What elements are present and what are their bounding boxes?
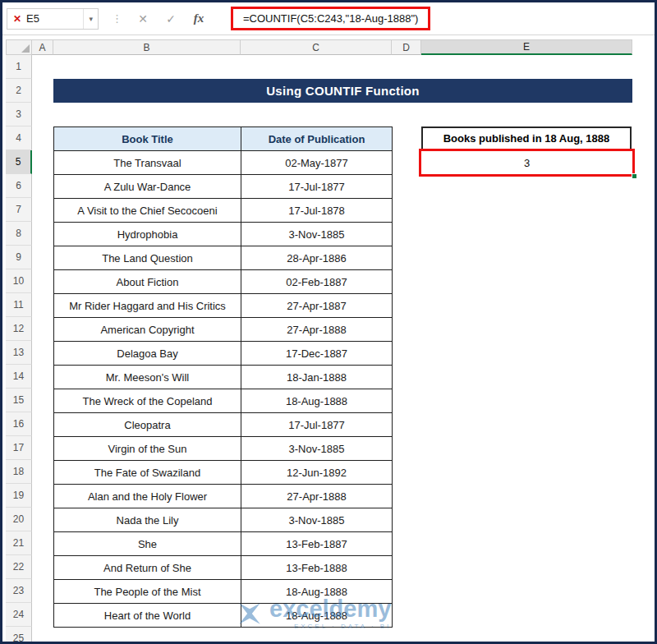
row-header-7[interactable]: 7 [6,198,32,222]
cell-publication-date[interactable]: 13-Feb-1888 [241,556,393,580]
cell-book-title[interactable]: The People of the Mist [54,580,241,604]
cell-book-title[interactable]: She [54,532,241,556]
cell-publication-date[interactable]: 3-Nov-1885 [241,437,393,461]
excel-window: ✕ E5 ▾ ⋮ ✕ ✓ fx =COUNTIF(C5:C243,"18-Aug… [0,0,657,644]
cell-publication-date[interactable]: 12-Jun-1892 [241,461,393,485]
row-header-20[interactable]: 20 [6,508,32,531]
row-header-14[interactable]: 14 [6,365,32,389]
cell-book-title[interactable]: Mr. Meeson's Will [54,366,241,389]
row-header-11[interactable]: 11 [6,293,32,317]
cell-publication-date[interactable]: 27-Apr-1888 [241,318,393,342]
cell-book-title[interactable]: A Visit to the Chief Secocoeni [54,199,241,223]
cell-publication-date[interactable]: 17-Jul-1877 [241,413,393,437]
column-headers: ABCDE [2,39,655,55]
insert-function-icon[interactable]: fx [191,12,206,25]
row-header-1[interactable]: 1 [6,55,32,79]
cell-publication-date[interactable]: 13-Feb-1887 [241,532,393,556]
row-header-6[interactable]: 6 [6,174,32,198]
row-header-2[interactable]: 2 [6,79,32,103]
cell-book-title[interactable]: And Return of She [54,556,241,580]
cell-book-title[interactable]: The Fate of Swaziland [54,461,241,485]
chevron-down-icon[interactable]: ▾ [83,9,98,29]
namebox-splitter-icon: ⋮ [112,12,122,25]
row-header-16[interactable]: 16 [6,412,32,436]
row-header-12[interactable]: 12 [6,317,32,341]
fill-handle[interactable] [632,173,637,179]
table-header-publication-date[interactable]: Date of Publication [241,127,393,151]
cell-publication-date[interactable]: 27-Apr-1888 [241,485,393,508]
formula-input[interactable]: =COUNTIF(C5:C243,"18-Aug-1888") [231,7,430,30]
row-header-15[interactable]: 15 [6,389,32,412]
cell-book-title[interactable]: Hydrophobia [54,223,241,246]
cell-publication-date[interactable]: 02-Feb-1887 [241,270,393,294]
cell-book-title[interactable]: About Fiction [54,270,241,294]
row-header-10[interactable]: 10 [6,269,32,293]
cell-book-title[interactable]: Virgin of the Sun [54,437,241,461]
row-header-5[interactable]: 5 [6,150,32,174]
cell-publication-date[interactable]: 17-Jul-1877 [241,175,393,199]
row-headers: 1234567891011121314151617181920212223242… [2,2,35,642]
cell-publication-date[interactable]: 28-Apr-1886 [241,246,393,270]
row-header-21[interactable]: 21 [6,531,32,555]
row-header-3[interactable]: 3 [6,103,32,126]
row-header-24[interactable]: 24 [6,603,32,627]
books-table: Book Title Date of Publication The Trans… [53,126,393,628]
cell-publication-date[interactable]: 3-Nov-1885 [241,223,393,246]
title-banner-cell[interactable]: Using COUNTIF Function [53,79,632,103]
row-header-25[interactable]: 25 [6,627,32,644]
cell-publication-date[interactable]: 18-Aug-1888 [241,580,393,604]
row-header-17[interactable]: 17 [6,436,32,460]
row-header-4[interactable]: 4 [6,126,32,150]
cell-book-title[interactable]: A Zulu War-Dance [54,175,241,199]
cell-publication-date[interactable]: 17-Jul-1878 [241,199,393,223]
row-header-9[interactable]: 9 [6,246,32,269]
result-header-cell[interactable]: Books published in 18 Aug, 1888 [421,126,632,150]
row-header-13[interactable]: 13 [6,341,32,365]
confirm-icon[interactable]: ✓ [163,12,178,25]
cell-publication-date[interactable]: 18-Jan-1888 [241,366,393,389]
cell-publication-date[interactable]: 18-Aug-1888 [241,604,393,628]
formula-bar-region: ✕ E5 ▾ ⋮ ✕ ✓ fx =COUNTIF(C5:C243,"18-Aug… [2,2,655,35]
row-header-23[interactable]: 23 [6,579,32,603]
cell-book-title[interactable]: Mr Rider Haggard and His Critics [54,294,241,318]
cell-book-title[interactable]: Delagoa Bay [54,342,241,366]
row-header-22[interactable]: 22 [6,555,32,579]
cell-publication-date[interactable]: 18-Aug-1888 [241,389,393,413]
table-header-book-title[interactable]: Book Title [54,127,241,151]
row-header-18[interactable]: 18 [6,460,32,484]
column-header-E[interactable]: E [421,39,632,55]
column-header-B[interactable]: B [53,39,241,55]
column-header-C[interactable]: C [241,39,392,55]
cell-book-title[interactable]: The Wreck of the Copeland [54,389,241,413]
cell-publication-date[interactable]: 02-May-1877 [241,151,393,175]
cell-book-title[interactable]: American Copyright [54,318,241,342]
cell-book-title[interactable]: The Land Question [54,246,241,270]
cell-book-title[interactable]: Nada the Lily [54,508,241,532]
cell-publication-date[interactable]: 27-Apr-1887 [241,294,393,318]
cell-book-title[interactable]: The Transvaal [54,151,241,175]
cell-publication-date[interactable]: 3-Nov-1885 [241,508,393,532]
cell-book-title[interactable]: Cleopatra [54,413,241,437]
row-header-19[interactable]: 19 [6,484,32,508]
cell-book-title[interactable]: Heart of the World [54,604,241,628]
row-header-8[interactable]: 8 [6,222,32,246]
column-header-D[interactable]: D [392,39,421,55]
cell-publication-date[interactable]: 17-Dec-1887 [241,342,393,366]
cancel-icon[interactable]: ✕ [136,12,150,25]
cell-book-title[interactable]: Alan and the Holy Flower [54,485,241,508]
result-value-cell[interactable]: 3 [419,149,635,177]
